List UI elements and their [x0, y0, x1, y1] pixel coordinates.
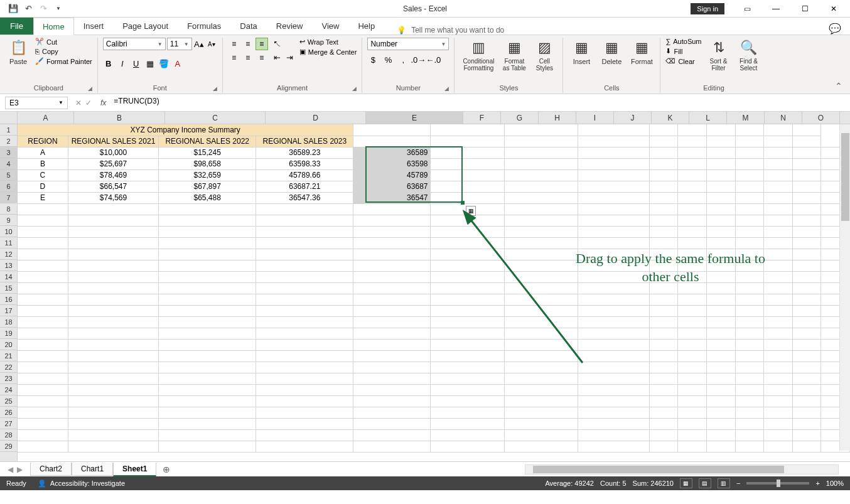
- cell[interactable]: [764, 373, 793, 384]
- cell[interactable]: [68, 395, 158, 407]
- cell[interactable]: [18, 305, 68, 316]
- cell[interactable]: [159, 407, 256, 418]
- cell[interactable]: [504, 226, 578, 237]
- cell[interactable]: [18, 226, 68, 237]
- cell[interactable]: [792, 294, 821, 305]
- cell[interactable]: [649, 169, 678, 181]
- zoom-knob[interactable]: [777, 480, 780, 487]
- cell[interactable]: [159, 260, 256, 271]
- cell[interactable]: [764, 441, 793, 452]
- cell[interactable]: [159, 316, 256, 328]
- cell[interactable]: [678, 362, 707, 373]
- file-tab[interactable]: File: [0, 17, 33, 35]
- cell[interactable]: [504, 192, 578, 203]
- cell[interactable]: [578, 203, 650, 215]
- cell[interactable]: [578, 429, 650, 441]
- column-header-O[interactable]: O: [802, 112, 840, 124]
- cell[interactable]: [792, 362, 821, 373]
- row-header-2[interactable]: 2: [0, 136, 17, 147]
- cell[interactable]: 63598: [353, 158, 431, 169]
- cell[interactable]: [159, 384, 256, 395]
- column-header-A[interactable]: A: [18, 112, 74, 124]
- row-header-25[interactable]: 25: [0, 395, 17, 407]
- cell[interactable]: [353, 395, 431, 407]
- cell[interactable]: [792, 136, 821, 147]
- cell[interactable]: [792, 169, 821, 181]
- accept-formula-icon[interactable]: ✓: [85, 99, 92, 107]
- cell[interactable]: [764, 384, 793, 395]
- clear-button[interactable]: ⌫Clear: [665, 57, 701, 65]
- cell[interactable]: [159, 350, 256, 362]
- insert-cells-button[interactable]: ▦Insert: [568, 38, 594, 65]
- cell[interactable]: [256, 226, 353, 237]
- cell[interactable]: [431, 362, 504, 373]
- cell[interactable]: [678, 316, 707, 328]
- cell[interactable]: [649, 192, 678, 203]
- cell[interactable]: [256, 305, 353, 316]
- cell[interactable]: [504, 305, 578, 316]
- cell[interactable]: [764, 350, 793, 362]
- cell[interactable]: [678, 158, 707, 169]
- cell[interactable]: [735, 328, 764, 339]
- cell[interactable]: [707, 441, 736, 452]
- cell[interactable]: [431, 169, 504, 181]
- cell[interactable]: [649, 350, 678, 362]
- cell[interactable]: [159, 418, 256, 429]
- fill-color-icon[interactable]: 🪣: [158, 58, 169, 69]
- cell[interactable]: [68, 350, 158, 362]
- cell[interactable]: [578, 147, 650, 158]
- cell[interactable]: [649, 158, 678, 169]
- cell[interactable]: [678, 136, 707, 147]
- cell[interactable]: [578, 169, 650, 181]
- cell[interactable]: [678, 181, 707, 192]
- cell[interactable]: [764, 181, 793, 192]
- cell[interactable]: [735, 407, 764, 418]
- merge-center-button[interactable]: ▣Merge & Center: [299, 48, 357, 56]
- indent-decrease-icon[interactable]: ⇤: [272, 51, 283, 63]
- cell[interactable]: [159, 271, 256, 282]
- tell-me-search[interactable]: 💡 Tell me what you want to do: [397, 26, 504, 35]
- cell[interactable]: [256, 237, 353, 249]
- cell[interactable]: [764, 429, 793, 441]
- launcher-icon[interactable]: ◢: [88, 85, 92, 92]
- row-header-3[interactable]: 3: [0, 147, 17, 158]
- cell[interactable]: [431, 136, 504, 147]
- column-header-L[interactable]: L: [689, 112, 727, 124]
- cell[interactable]: [578, 158, 650, 169]
- cell[interactable]: [764, 192, 793, 203]
- cell[interactable]: [764, 316, 793, 328]
- cell[interactable]: [792, 384, 821, 395]
- align-middle-icon[interactable]: ≡: [242, 38, 254, 50]
- cell[interactable]: [431, 124, 504, 136]
- cell[interactable]: [159, 249, 256, 260]
- cell[interactable]: [578, 305, 650, 316]
- cell[interactable]: [256, 215, 353, 226]
- cell[interactable]: A: [18, 147, 68, 158]
- copy-button[interactable]: ⎘Copy: [35, 48, 92, 55]
- cell[interactable]: [256, 282, 353, 294]
- indent-increase-icon[interactable]: ⇥: [284, 51, 296, 63]
- cell[interactable]: [353, 249, 431, 260]
- cell[interactable]: [159, 395, 256, 407]
- cell[interactable]: [649, 124, 678, 136]
- column-header-D[interactable]: D: [266, 112, 366, 124]
- save-icon[interactable]: 💾: [6, 2, 20, 16]
- cell[interactable]: [735, 384, 764, 395]
- cell[interactable]: [678, 305, 707, 316]
- add-sheet-icon[interactable]: ⊕: [156, 464, 176, 475]
- cell[interactable]: [792, 237, 821, 249]
- row-header-22[interactable]: 22: [0, 362, 17, 373]
- cell[interactable]: [431, 181, 504, 192]
- formula-input[interactable]: =TRUNC(D3): [110, 97, 850, 109]
- cell[interactable]: [707, 203, 736, 215]
- cell[interactable]: [792, 395, 821, 407]
- cell[interactable]: [431, 192, 504, 203]
- name-box[interactable]: E3▼: [5, 97, 68, 109]
- cell[interactable]: $78,469: [68, 169, 158, 181]
- cell[interactable]: [256, 373, 353, 384]
- scrollbar-thumb[interactable]: [533, 466, 784, 473]
- cell[interactable]: 36589: [353, 147, 431, 158]
- column-header-F[interactable]: F: [463, 112, 501, 124]
- cell[interactable]: [678, 147, 707, 158]
- font-combo[interactable]: Calibri▼: [103, 38, 166, 50]
